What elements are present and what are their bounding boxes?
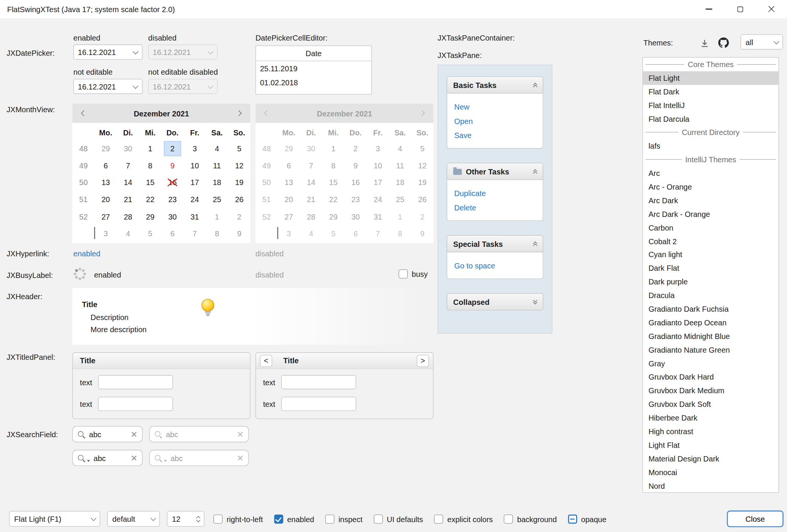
- theme-item[interactable]: Dark Flat: [643, 262, 778, 275]
- day-cell[interactable]: 30: [161, 208, 184, 225]
- datepicker-enabled[interactable]: 16.12.2021: [73, 44, 143, 60]
- table-row[interactable]: 25.11.2019: [256, 61, 371, 75]
- clear-icon[interactable]: [131, 455, 137, 461]
- day-cell[interactable]: 5: [139, 225, 162, 242]
- day-cell[interactable]: 11: [206, 157, 228, 174]
- checkbox-box[interactable]: [214, 515, 223, 524]
- checkbox-right-to-left[interactable]: right-to-left: [214, 515, 263, 524]
- next-button[interactable]: >: [417, 355, 429, 367]
- font-size-spinner[interactable]: 12: [167, 511, 205, 527]
- theme-item[interactable]: Monocai: [643, 465, 778, 479]
- task-link[interactable]: Go to space: [447, 258, 543, 272]
- theme-item[interactable]: Gradianto Dark Fuchsia: [643, 302, 778, 316]
- text-input[interactable]: [98, 375, 173, 389]
- theme-item[interactable]: Flat Light: [643, 71, 778, 85]
- day-cell[interactable]: 10: [184, 157, 206, 174]
- search-value[interactable]: abc: [94, 454, 106, 462]
- theme-item[interactable]: Arc - Orange: [643, 180, 778, 194]
- theme-item[interactable]: Material Design Dark: [643, 452, 778, 465]
- next-month-button[interactable]: [229, 104, 249, 123]
- table-row[interactable]: 01.02.2018: [256, 75, 371, 89]
- search-value[interactable]: abc: [89, 430, 101, 439]
- theme-item[interactable]: Gruvbox Dark Medium: [643, 384, 778, 397]
- day-cell[interactable]: 12: [228, 157, 250, 174]
- task-link[interactable]: Save: [447, 128, 543, 142]
- theme-item[interactable]: Light Flat: [643, 438, 778, 452]
- checkbox-box[interactable]: [374, 515, 383, 524]
- day-cell[interactable]: 2: [228, 208, 250, 225]
- theme-item[interactable]: Flat Dark: [643, 85, 778, 99]
- day-cell[interactable]: 8: [139, 157, 162, 174]
- day-cell[interactable]: 16: [161, 174, 184, 191]
- theme-item[interactable]: Hiberbee Dark: [643, 411, 778, 425]
- day-cell[interactable]: 18: [206, 174, 228, 191]
- day-cell[interactable]: 2: [164, 141, 181, 156]
- task-link[interactable]: Delete: [447, 200, 543, 214]
- checkbox-opaque[interactable]: opaque: [568, 515, 606, 524]
- day-cell[interactable]: 27: [94, 208, 117, 225]
- collapse-icon[interactable]: [534, 242, 537, 245]
- day-cell[interactable]: 13: [94, 174, 117, 191]
- day-cell[interactable]: 7: [117, 157, 139, 174]
- themes-list[interactable]: Core ThemesFlat LightFlat DarkFlat Intel…: [642, 57, 779, 493]
- task-pane-header[interactable]: Special Tasks: [447, 235, 543, 252]
- theme-item[interactable]: Nord: [643, 479, 778, 493]
- day-cell[interactable]: 8: [206, 225, 228, 242]
- theme-item[interactable]: Gruvbox Dark Soft: [643, 397, 778, 411]
- task-pane-header[interactable]: Basic Tasks: [447, 76, 543, 93]
- task-link[interactable]: Open: [447, 114, 543, 128]
- theme-item[interactable]: High contrast: [643, 425, 778, 438]
- day-cell[interactable]: 4: [117, 225, 139, 242]
- theme-item[interactable]: Flat Darcula: [643, 112, 778, 126]
- day-cell[interactable]: 30: [117, 140, 139, 157]
- github-button[interactable]: [717, 36, 730, 49]
- text-input[interactable]: [98, 397, 173, 411]
- day-cell[interactable]: 6: [161, 225, 184, 242]
- theme-item[interactable]: Cobalt 2: [643, 234, 778, 248]
- text-input[interactable]: [281, 375, 356, 389]
- theme-item[interactable]: Arc: [643, 166, 778, 180]
- checkbox-ui-defaults[interactable]: UI defaults: [374, 515, 423, 524]
- task-pane-header[interactable]: Other Tasks: [447, 163, 543, 180]
- task-pane-header[interactable]: Collapsed: [447, 293, 543, 310]
- day-cell[interactable]: 4: [206, 140, 228, 157]
- day-cell[interactable]: 14: [117, 174, 139, 191]
- day-cell[interactable]: 15: [139, 174, 162, 191]
- datepicker-cell-editor-table[interactable]: Date 25.11.2019 01.02.2018: [255, 46, 372, 94]
- search-dropdown-icon[interactable]: [87, 460, 90, 462]
- monthview-enabled[interactable]: Dezember 2021Mo.Di.Mi.Do.Fr.Sa.So.482930…: [72, 104, 250, 243]
- checkbox-box[interactable]: [398, 269, 408, 278]
- day-cell[interactable]: 25: [206, 191, 228, 208]
- font-combo[interactable]: default: [107, 511, 160, 527]
- theme-item[interactable]: lafs: [643, 139, 778, 153]
- checkbox-box[interactable]: [325, 515, 334, 524]
- busy-checkbox[interactable]: busy: [398, 269, 428, 278]
- maximize-button[interactable]: [724, 0, 756, 18]
- theme-item[interactable]: Flat IntelliJ: [643, 98, 778, 112]
- day-cell[interactable]: 1: [139, 140, 162, 157]
- download-button[interactable]: [698, 37, 711, 50]
- collapse-icon[interactable]: [534, 169, 537, 173]
- theme-item[interactable]: Gradianto Deep Ocean: [643, 316, 778, 330]
- prev-month-button[interactable]: [74, 104, 94, 123]
- checkbox-box[interactable]: [434, 515, 443, 524]
- checkbox-box[interactable]: [274, 515, 283, 524]
- checkbox-inspect[interactable]: inspect: [325, 515, 362, 524]
- task-link[interactable]: New: [447, 100, 543, 114]
- day-cell[interactable]: 3: [184, 140, 206, 157]
- theme-item[interactable]: Carbon: [643, 221, 778, 234]
- day-cell[interactable]: 17: [184, 174, 206, 191]
- text-input[interactable]: [281, 397, 356, 411]
- checkbox-box[interactable]: [568, 515, 577, 524]
- theme-item[interactable]: Arc Dark - Orange: [643, 207, 778, 221]
- day-cell[interactable]: 31: [184, 208, 206, 225]
- theme-item[interactable]: Gradianto Midnight Blue: [643, 330, 778, 343]
- day-cell[interactable]: 9: [161, 157, 184, 174]
- theme-item[interactable]: Gray: [643, 357, 778, 370]
- checkbox-background[interactable]: background: [504, 515, 557, 524]
- chevron-down-icon[interactable]: [129, 45, 142, 59]
- clear-icon[interactable]: [131, 431, 137, 437]
- day-cell[interactable]: 3: [94, 225, 117, 242]
- checkbox-enabled[interactable]: enabled: [274, 515, 314, 524]
- close-button[interactable]: Close: [727, 510, 784, 527]
